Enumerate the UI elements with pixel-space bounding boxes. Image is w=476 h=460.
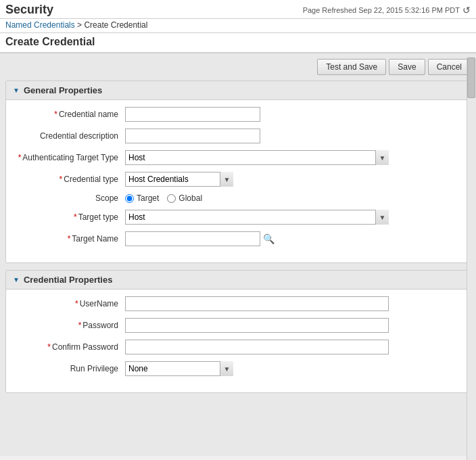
search-icon[interactable]: 🔍 bbox=[263, 233, 275, 244]
breadcrumb-link[interactable]: Named Credentials bbox=[5, 20, 75, 30]
target-name-label: *Target Name bbox=[17, 234, 125, 244]
run-privilege-select[interactable]: None bbox=[125, 361, 233, 376]
required-star-7: * bbox=[78, 321, 82, 330]
general-properties-title: General Properties bbox=[24, 85, 102, 95]
required-star-6: * bbox=[75, 299, 78, 308]
credential-name-input[interactable] bbox=[125, 107, 260, 122]
username-row: *UserName bbox=[17, 296, 459, 311]
general-properties-body: *Credential name Credential description … bbox=[6, 100, 470, 262]
scope-radio-group: Target Global bbox=[125, 193, 202, 203]
content-area: Test and Save Save Cancel ▼ General Prop… bbox=[0, 53, 476, 456]
credential-properties-title: Credential Properties bbox=[24, 275, 113, 285]
required-star-8: * bbox=[47, 342, 51, 352]
credential-type-label: *Credential type bbox=[17, 175, 125, 184]
page-refreshed-label: Page Refreshed Sep 22, 2015 5:32:16 PM P… bbox=[303, 6, 460, 14]
username-input[interactable] bbox=[125, 296, 389, 311]
save-button[interactable]: Save bbox=[389, 59, 425, 75]
scope-global-text: Global bbox=[178, 193, 202, 203]
scope-row: Scope Target Global bbox=[17, 193, 459, 203]
authenticating-target-type-row: *Authenticating Target Type Host ▼ bbox=[17, 150, 459, 165]
required-star-5: * bbox=[68, 234, 71, 244]
toolbar: Test and Save Save Cancel bbox=[5, 59, 471, 75]
scope-target-text: Target bbox=[137, 193, 159, 203]
page-refresh-info: Page Refreshed Sep 22, 2015 5:32:16 PM P… bbox=[303, 5, 471, 16]
required-star-4: * bbox=[74, 212, 77, 222]
confirm-password-row: *Confirm Password bbox=[17, 340, 459, 354]
refresh-icon[interactable]: ↺ bbox=[462, 5, 471, 16]
credential-type-select[interactable]: Host Credentials bbox=[125, 172, 233, 187]
authenticating-target-type-label: *Authenticating Target Type bbox=[17, 153, 125, 162]
confirm-password-label: *Confirm Password bbox=[17, 342, 125, 352]
credential-type-wrapper: Host Credentials ▼ bbox=[125, 172, 233, 187]
run-privilege-wrapper: None ▼ bbox=[125, 361, 233, 376]
run-privilege-label: Run Privilege bbox=[17, 364, 125, 373]
scope-global-label[interactable]: Global bbox=[167, 193, 202, 203]
cancel-button[interactable]: Cancel bbox=[428, 59, 471, 75]
collapse-icon-2[interactable]: ▼ bbox=[13, 276, 20, 283]
page-title: Create Credential bbox=[5, 36, 95, 47]
breadcrumb: Named Credentials > Create Credential bbox=[0, 19, 476, 33]
scope-target-radio[interactable] bbox=[125, 194, 134, 203]
credential-properties-body: *UserName *Password *Confirm Password bbox=[6, 290, 470, 392]
scope-label: Scope bbox=[17, 193, 125, 203]
password-input[interactable] bbox=[125, 318, 389, 333]
username-label: *UserName bbox=[17, 299, 125, 308]
header-bar: Security Page Refreshed Sep 22, 2015 5:3… bbox=[0, 0, 476, 19]
target-type-wrapper: Host ▼ bbox=[125, 210, 389, 225]
scrollbar-thumb[interactable] bbox=[467, 58, 475, 98]
password-row: *Password bbox=[17, 318, 459, 333]
target-type-label: *Target type bbox=[17, 212, 125, 222]
breadcrumb-current: Create Credential bbox=[84, 20, 147, 30]
credential-description-input[interactable] bbox=[125, 129, 260, 143]
credential-description-label: Credential description bbox=[17, 131, 125, 141]
required-star-3: * bbox=[60, 175, 63, 184]
confirm-password-input[interactable] bbox=[125, 340, 389, 354]
collapse-icon[interactable]: ▼ bbox=[13, 87, 20, 94]
target-name-input[interactable] bbox=[125, 231, 260, 246]
credential-type-row: *Credential type Host Credentials ▼ bbox=[17, 172, 459, 187]
scope-global-radio[interactable] bbox=[167, 194, 176, 203]
page-title-bar: Create Credential bbox=[0, 33, 476, 53]
scope-target-label[interactable]: Target bbox=[125, 193, 159, 203]
credential-name-row: *Credential name bbox=[17, 107, 459, 122]
credential-name-label: *Credential name bbox=[17, 110, 125, 119]
authenticating-target-type-select[interactable]: Host bbox=[125, 150, 389, 165]
target-name-row: *Target Name 🔍 bbox=[17, 231, 459, 246]
target-type-select[interactable]: Host bbox=[125, 210, 389, 225]
required-star-2: * bbox=[18, 153, 22, 162]
general-properties-section: ▼ General Properties *Credential name Cr… bbox=[5, 80, 471, 263]
scrollbar-track bbox=[467, 58, 476, 460]
authenticating-target-type-wrapper: Host ▼ bbox=[125, 150, 389, 165]
run-privilege-row: Run Privilege None ▼ bbox=[17, 361, 459, 376]
password-label: *Password bbox=[17, 321, 125, 330]
credential-description-row: Credential description bbox=[17, 129, 459, 143]
target-type-row: *Target type Host ▼ bbox=[17, 210, 459, 225]
general-properties-header: ▼ General Properties bbox=[6, 81, 470, 100]
credential-properties-header: ▼ Credential Properties bbox=[6, 271, 470, 290]
credential-properties-section: ▼ Credential Properties *UserName *Passw… bbox=[5, 270, 471, 393]
breadcrumb-separator: > bbox=[75, 20, 85, 30]
test-and-save-button[interactable]: Test and Save bbox=[317, 59, 386, 75]
page-heading: Security bbox=[5, 3, 53, 17]
required-star: * bbox=[54, 110, 57, 119]
